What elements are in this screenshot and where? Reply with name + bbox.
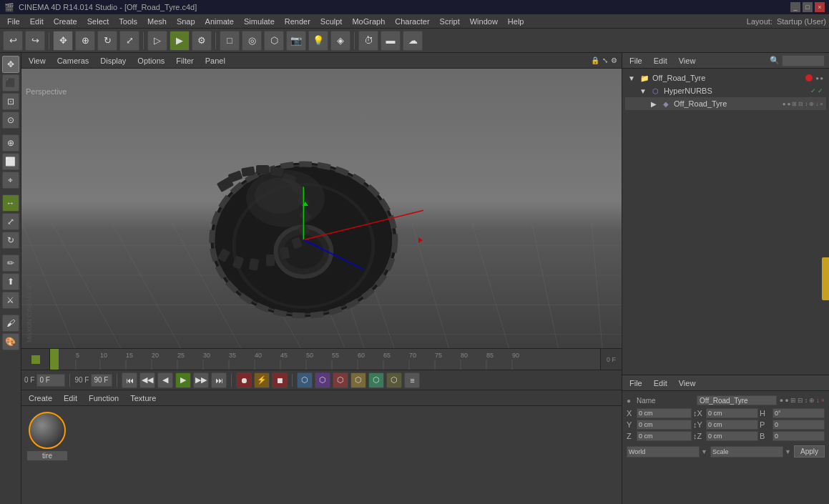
om-menu-view[interactable]: View [676,55,699,66]
am-menu-edit[interactable]: Edit [651,377,670,389]
om-row-off-road-tyre[interactable]: ▼ 📁 Off_Road_Tyre ● ● [625,71,826,84]
move-tool-button[interactable]: ⊕ [75,31,95,51]
menu-render[interactable]: Render [280,16,315,27]
am-coord-sy-val[interactable]: 0 cm [706,420,758,430]
edge-tool[interactable]: ⊡ [2,93,19,110]
menu-mesh[interactable]: Mesh [143,16,171,27]
select-object-tool[interactable]: ✥ [2,56,19,73]
light-button[interactable]: 💡 [308,31,328,51]
camera-button[interactable]: 📷 [286,31,306,51]
menu-window[interactable]: Window [466,16,502,27]
menu-create[interactable]: Create [49,16,82,27]
viewport-container[interactable]: View Cameras Display Options Filter Pane… [21,53,622,348]
key-mode-button[interactable]: ⬡ [297,372,313,388]
menu-script[interactable]: Script [436,16,464,27]
am-coord-sz-val[interactable]: 0 cm [706,431,758,441]
am-world-dropdown[interactable]: ▼ [701,448,707,455]
om-row-hypernurbs[interactable]: ▼ ⬡ HyperNURBS ✓ ✓ [625,84,826,97]
material-tire[interactable]: tire [27,412,67,460]
select-tool-button[interactable]: ✥ [53,31,73,51]
live-select-tool[interactable]: ⊕ [2,134,19,152]
rot-mode-button[interactable]: ⬡ [333,372,348,388]
am-coord-y-val[interactable]: 0 cm [637,420,692,430]
minimize-button[interactable]: _ [790,2,800,12]
param-mode-button[interactable]: ⬡ [368,372,384,388]
render-button[interactable]: ▶ [170,31,190,51]
close-button[interactable]: × [815,2,825,12]
rectangle-select-tool[interactable]: ⬜ [2,153,19,170]
frame-end-input[interactable] [91,374,112,387]
am-coord-x-val[interactable]: 0 cm [637,408,692,418]
undo-button[interactable]: ↩ [3,31,23,51]
am-coord-bz-val[interactable]: 0 [772,431,825,441]
am-coord-hx-val[interactable]: 0° [772,408,825,418]
powerslider-button[interactable]: ≡ [404,372,420,388]
object-button[interactable]: □ [220,31,240,51]
am-apply-button[interactable]: Apply [794,445,825,458]
viewport-menu-display[interactable]: Display [97,55,129,66]
menu-character[interactable]: Character [391,16,433,27]
menu-sculpt[interactable]: Sculpt [316,16,347,27]
scale-mode-button[interactable]: ⬡ [350,372,366,388]
move-tool[interactable]: ↔ [2,194,19,212]
menu-mograph[interactable]: MoGraph [348,16,389,27]
goto-start-button[interactable]: ⏮ [122,372,137,388]
viewport-settings-icon[interactable]: ⚙ [611,56,617,64]
am-coord-py-val[interactable]: 0 [772,420,825,430]
poly-tool[interactable]: ⬛ [2,74,19,92]
am-menu-file[interactable]: File [627,377,645,389]
pos-mode-button[interactable]: ⬡ [315,372,330,388]
am-menu-view[interactable]: View [676,377,699,389]
play-back-button[interactable]: ◀ [157,372,173,388]
record-button[interactable]: ⏺ [236,372,252,388]
viewport-lock-icon[interactable]: 🔒 [591,56,599,64]
nurbs-button[interactable]: ◎ [242,31,262,51]
om-menu-file[interactable]: File [627,55,645,66]
deformer-button[interactable]: ⬡ [264,31,284,51]
sky-button[interactable]: ☁ [403,31,423,51]
menu-help[interactable]: Help [504,16,529,27]
maximize-button[interactable]: □ [803,2,813,12]
step-forward-button[interactable]: ▶▶ [193,372,209,388]
auto-key-button[interactable]: ⚡ [254,372,270,388]
om-row-off-road-tyre-child[interactable]: ▶ ◆ Off_Road_Tyre ● ● ⊞ ⊟ ↕ ⊕ ↓ × [625,97,826,110]
titlebar-controls[interactable]: _ □ × [790,2,825,12]
am-name-field[interactable]: Off_Road_Tyre [697,395,777,405]
lasso-select-tool[interactable]: ⌖ [2,172,19,189]
menu-file[interactable]: File [3,16,24,27]
material-button[interactable]: ◈ [330,31,350,51]
timeline-playhead[interactable] [50,349,59,370]
paint-tool[interactable]: 🎨 [2,333,19,350]
goto-end-button[interactable]: ⏭ [211,372,227,388]
step-back-button[interactable]: ◀◀ [139,372,155,388]
viewport-3d[interactable]: Perspective [21,69,622,348]
menu-snap[interactable]: Snap [172,16,200,27]
am-world-val[interactable]: World [627,446,700,458]
poly-pen-tool[interactable]: ✏ [2,255,19,272]
rotate-tool[interactable]: ↻ [2,232,19,249]
mat-menu-texture[interactable]: Texture [127,392,159,404]
am-scale-dropdown[interactable]: ▼ [785,448,791,455]
scale-tool-button[interactable]: ⤢ [119,31,139,51]
redo-button[interactable]: ↪ [25,31,45,51]
viewport-menu-filter[interactable]: Filter [173,55,196,66]
extrude-tool[interactable]: ⬆ [2,273,19,290]
viewport-menu-panel[interactable]: Panel [202,55,228,66]
menu-edit[interactable]: Edit [26,16,48,27]
menu-simulate[interactable]: Simulate [240,16,279,27]
point-tool[interactable]: ⊙ [2,112,19,129]
menu-tools[interactable]: Tools [114,16,142,27]
am-coord-z-val[interactable]: 0 cm [637,431,692,441]
point-mode-button[interactable]: ⬡ [386,372,402,388]
viewport-menu-view[interactable]: View [26,55,49,66]
am-scale-val[interactable]: Scale [710,446,783,458]
viewport-maximize-icon[interactable]: ⤡ [602,56,608,64]
timeline-button[interactable]: ⏱ [358,31,378,51]
mat-menu-function[interactable]: Function [86,392,122,404]
scale-tool[interactable]: ⤢ [2,213,19,230]
floor-button[interactable]: ▬ [381,31,401,51]
menu-animate[interactable]: Animate [201,16,238,27]
am-coord-sx-val[interactable]: 0 cm [706,408,758,418]
brush-tool[interactable]: 🖌 [2,315,19,332]
mat-menu-create[interactable]: Create [26,392,55,404]
